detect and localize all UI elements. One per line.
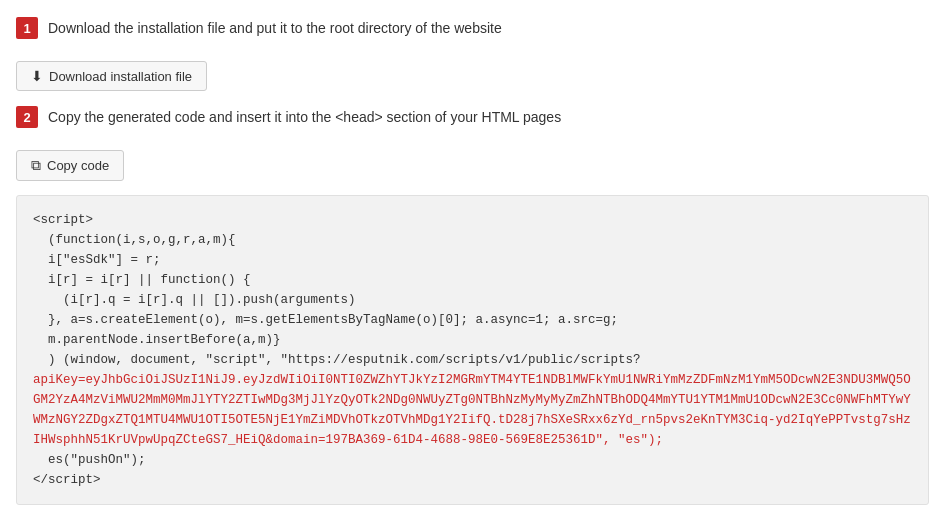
code-block: <script> (function(i,s,o,g,r,a,m){ i["es…	[16, 195, 929, 505]
copy-code-button-label: Copy code	[47, 158, 109, 173]
step-1-text: Download the installation file and put i…	[48, 16, 502, 39]
copy-code-button[interactable]: ⧉ Copy code	[16, 150, 124, 181]
code-line-end: es("pushOn"); </script>	[33, 453, 146, 487]
download-button-label: Download installation file	[49, 69, 192, 84]
step-2-badge: 2	[16, 106, 38, 128]
step-2-text: Copy the generated code and insert it in…	[48, 105, 561, 128]
download-button[interactable]: ⬇ Download installation file	[16, 61, 207, 91]
code-line-1: <script> (function(i,s,o,g,r,a,m){ i["es…	[33, 213, 641, 367]
step-1-row: 1 Download the installation file and put…	[16, 16, 929, 39]
copy-icon: ⧉	[31, 157, 41, 174]
step-2-row: 2 Copy the generated code and insert it …	[16, 105, 929, 128]
download-icon: ⬇	[31, 68, 43, 84]
code-api-key: apiKey=eyJhbGciOiJSUzI1NiJ9.eyJzdWIiOiI0…	[33, 373, 911, 447]
step-1-badge: 1	[16, 17, 38, 39]
